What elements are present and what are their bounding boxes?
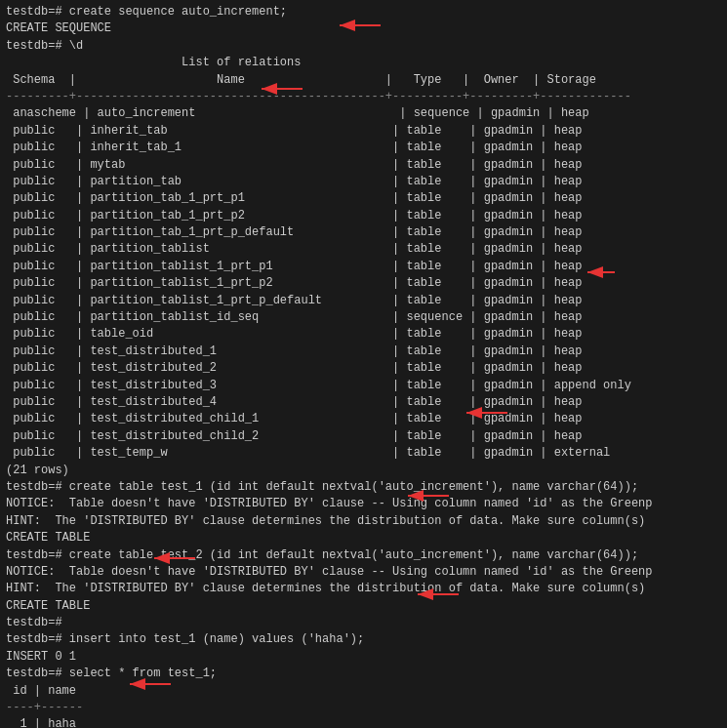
terminal-line: public | partition_tablist_id_seq | sequ… <box>6 309 721 326</box>
terminal-line: public | test_temp_w | table | gpadmin |… <box>6 445 721 462</box>
terminal-line: 1 | haha <box>6 716 721 728</box>
terminal-line: public | table_oid | table | gpadmin | h… <box>6 326 721 343</box>
terminal-line: public | partition_tablist | table | gpa… <box>6 241 721 258</box>
terminal-line: INSERT 0 1 <box>6 649 721 666</box>
terminal-line: public | test_distributed_child_1 | tabl… <box>6 411 721 427</box>
terminal-line: public | test_distributed_3 | table | gp… <box>6 378 721 394</box>
terminal-line: Schema | Name | Type | Owner | Storage <box>6 72 721 89</box>
terminal-line: ----+------ <box>6 700 721 716</box>
terminal-line: NOTICE: Table doesn't have 'DISTRIBUTED … <box>6 496 721 512</box>
terminal-line: CREATE TABLE <box>6 598 721 615</box>
terminal-line: public | partition_tab_1_prt_p2 | table … <box>6 208 721 224</box>
terminal-line: HINT: The 'DISTRIBUTED BY' clause determ… <box>6 513 721 530</box>
terminal-line: HINT: The 'DISTRIBUTED BY' clause determ… <box>6 581 721 597</box>
terminal-line: testdb=# create table test_1 (id int def… <box>6 479 721 496</box>
terminal-line: anascheme | auto_increment | sequence | … <box>6 105 721 122</box>
terminal-line: List of relations <box>6 55 721 71</box>
terminal-line: public | test_distributed_2 | table | gp… <box>6 360 721 377</box>
terminal-line: testdb=# insert into test_1 (name) value… <box>6 631 721 648</box>
terminal-line: public | partition_tablist_1_prt_p2 | ta… <box>6 275 721 292</box>
terminal-line: public | mytab | table | gpadmin | heap <box>6 157 721 174</box>
terminal-line: (21 rows) <box>6 463 721 479</box>
terminal-line: CREATE SEQUENCE <box>6 20 721 37</box>
terminal-line: ---------+------------------------------… <box>6 89 721 105</box>
terminal-line: testdb=# create table test_2 (id int def… <box>6 547 721 564</box>
terminal-line: testdb=# <box>6 615 721 631</box>
terminal-line: NOTICE: Table doesn't have 'DISTRIBUTED … <box>6 564 721 581</box>
terminal-line: testdb=# select * from test_1; <box>6 666 721 682</box>
terminal-line: public | test_distributed_4 | table | gp… <box>6 394 721 411</box>
terminal-line: public | partition_tablist_1_prt_p_defau… <box>6 293 721 309</box>
terminal-line: public | test_distributed_child_2 | tabl… <box>6 428 721 445</box>
terminal-line: public | partition_tab_1_prt_p_default |… <box>6 224 721 241</box>
terminal-line: testdb=# create sequence auto_increment; <box>6 4 721 20</box>
terminal-line: public | partition_tab | table | gpadmin… <box>6 174 721 190</box>
terminal-line: public | partition_tab_1_prt_p1 | table … <box>6 190 721 207</box>
terminal-line: public | inherit_tab_1 | table | gpadmin… <box>6 140 721 156</box>
terminal-line: CREATE TABLE <box>6 530 721 546</box>
terminal-line: public | inherit_tab | table | gpadmin |… <box>6 123 721 140</box>
terminal-line: testdb=# \d <box>6 38 721 55</box>
terminal-line: id | name <box>6 683 721 700</box>
terminal: testdb=# create sequence auto_increment;… <box>0 0 727 728</box>
terminal-line: public | test_distributed_1 | table | gp… <box>6 344 721 360</box>
terminal-line: public | partition_tablist_1_prt_p1 | ta… <box>6 259 721 275</box>
